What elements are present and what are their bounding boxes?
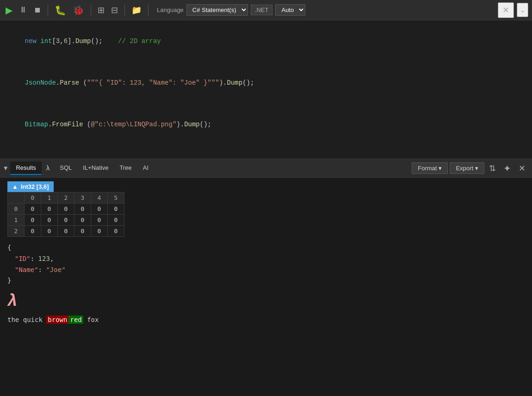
- cell-1-5: 0: [108, 215, 124, 226]
- code-line-4: [9, 99, 523, 109]
- cell-0-4: 0: [91, 204, 108, 215]
- cell-2-0: 0: [25, 226, 41, 237]
- array-table: 0 1 2 3 4 5 0 0 0 0 0 0 0: [7, 192, 124, 237]
- col-header-5: 5: [108, 192, 124, 204]
- table-header-row: 0 1 2 3 4 5: [8, 192, 124, 204]
- code-editor[interactable]: new int[3,6].Dump(); // 2D array JsonNod…: [0, 20, 532, 159]
- diff-suffix: fox: [83, 316, 99, 323]
- play-button[interactable]: ▶: [4, 3, 14, 18]
- export-button[interactable]: Export ▾: [450, 162, 484, 174]
- code-line-2: [9, 57, 523, 67]
- cell-2-5: 0: [108, 226, 124, 237]
- diff-removed: brown: [46, 316, 68, 324]
- tab-sql[interactable]: SQL: [54, 161, 77, 175]
- code-line-6: [9, 140, 523, 150]
- sort-icon: ⇅: [489, 164, 496, 173]
- export-label: Export: [456, 165, 473, 172]
- bug1-button[interactable]: 🐛: [53, 3, 68, 18]
- table-corner: [8, 192, 25, 204]
- col-header-3: 3: [74, 192, 91, 204]
- code-line-1: new int[3,6].Dump(); // 2D array: [9, 26, 523, 57]
- json-line-name: "Name": "Joe": [7, 265, 525, 276]
- row-header-2: 2: [8, 226, 25, 237]
- tabs-right: Format ▾ Export ▾ ⇅ ✦ ✕: [412, 161, 528, 176]
- cell-2-4: 0: [91, 226, 108, 237]
- cell-0-0: 0: [25, 204, 41, 215]
- cell-1-3: 0: [74, 215, 91, 226]
- col-header-2: 2: [58, 192, 74, 204]
- diff-output: the quick brownred fox: [7, 315, 525, 326]
- sort-button[interactable]: ⇅: [486, 161, 499, 175]
- tab-ai[interactable]: AI: [137, 161, 154, 175]
- array-section: ▲ Int32 [3,6] 0 1 2 3 4 5 0 0 0: [7, 181, 525, 237]
- row-header-1: 1: [8, 215, 25, 226]
- json-line-id: "ID": 123,: [7, 254, 525, 265]
- tab-results[interactable]: Results: [10, 161, 41, 175]
- cell-0-3: 0: [74, 204, 91, 215]
- language-label: Language: [157, 6, 184, 13]
- cell-0-2: 0: [58, 204, 74, 215]
- row-header-0: 0: [8, 204, 25, 215]
- cell-2-1: 0: [41, 226, 58, 237]
- json-output: { "ID": 123, "Name": "Joe" }: [7, 242, 525, 286]
- expand-button[interactable]: ⌄: [517, 3, 528, 17]
- cell-2-2: 0: [58, 226, 74, 237]
- grid-list-button[interactable]: ⊞: [96, 3, 106, 17]
- folder-icon: 📁: [131, 5, 142, 15]
- json-line-open: {: [7, 242, 525, 254]
- close-panel-icon: ✕: [519, 164, 526, 173]
- col-header-0: 0: [25, 192, 41, 204]
- language-select[interactable]: C# Statement(s): [186, 4, 248, 16]
- format-button[interactable]: Format ▾: [412, 162, 448, 174]
- scatter-button[interactable]: ✦: [501, 161, 514, 176]
- code-line-3: JsonNode.Parse ("""{ "ID": 123, "Name": …: [9, 68, 523, 99]
- bug2-button[interactable]: 🐞: [71, 3, 86, 18]
- table-row: 2 0 0 0 0 0 0: [8, 226, 124, 237]
- cell-1-2: 0: [58, 215, 74, 226]
- cell-1-4: 0: [91, 215, 108, 226]
- col-header-1: 1: [41, 192, 58, 204]
- pause-button[interactable]: ⏸: [17, 3, 29, 17]
- tabs-bar: ▼ Results λ SQL IL+Native Tree AI Format…: [0, 159, 532, 178]
- separator-2: [91, 5, 91, 16]
- stop-button[interactable]: ⏹: [32, 4, 43, 16]
- folder-button[interactable]: 📁: [130, 3, 143, 17]
- separator-4: [148, 5, 148, 16]
- code-line-7: // LINQPad has a built-in differencing e…: [9, 150, 523, 159]
- grid-tile-icon: ⊟: [111, 5, 118, 15]
- col-header-4: 4: [91, 192, 108, 204]
- separator-1: [48, 5, 48, 16]
- array-collapse-icon: ▲: [12, 183, 18, 190]
- dotnet-badge: .NET: [251, 5, 273, 15]
- auto-select[interactable]: Auto: [275, 4, 305, 16]
- array-header[interactable]: ▲ Int32 [3,6]: [7, 181, 54, 192]
- separator-3: [124, 5, 125, 16]
- code-line-5: Bitmap.FromFile (@"c:\temp\LINQPad.png")…: [9, 109, 523, 140]
- grid-list-icon: ⊞: [98, 5, 105, 15]
- lambda-result: λ: [7, 292, 525, 311]
- tab-lambda[interactable]: λ: [42, 161, 55, 175]
- results-panel: ▲ Int32 [3,6] 0 1 2 3 4 5 0 0 0: [0, 178, 532, 396]
- format-chevron-icon: ▾: [439, 165, 442, 172]
- lambda-icon: λ: [7, 292, 525, 311]
- cell-0-5: 0: [108, 204, 124, 215]
- grid-tile-button[interactable]: ⊟: [109, 3, 120, 17]
- close-button[interactable]: ✕: [498, 2, 514, 18]
- cell-1-1: 0: [41, 215, 58, 226]
- tab-chevron[interactable]: ▼: [4, 165, 7, 172]
- close-panel-button[interactable]: ✕: [516, 161, 528, 175]
- export-chevron-icon: ▾: [475, 165, 478, 172]
- diff-added: red: [68, 316, 83, 324]
- tab-il-native[interactable]: IL+Native: [77, 161, 114, 175]
- bug2-icon: 🐞: [73, 5, 84, 16]
- table-row: 1 0 0 0 0 0 0: [8, 215, 124, 226]
- table-row: 0 0 0 0 0 0 0: [8, 204, 124, 215]
- cell-0-1: 0: [41, 204, 58, 215]
- json-line-close: }: [7, 275, 525, 286]
- bug1-icon: 🐛: [55, 5, 66, 16]
- scatter-icon: ✦: [503, 163, 511, 173]
- cell-2-3: 0: [74, 226, 91, 237]
- cell-1-0: 0: [25, 215, 41, 226]
- array-title: Int32 [3,6]: [21, 183, 49, 190]
- tab-tree[interactable]: Tree: [114, 161, 137, 175]
